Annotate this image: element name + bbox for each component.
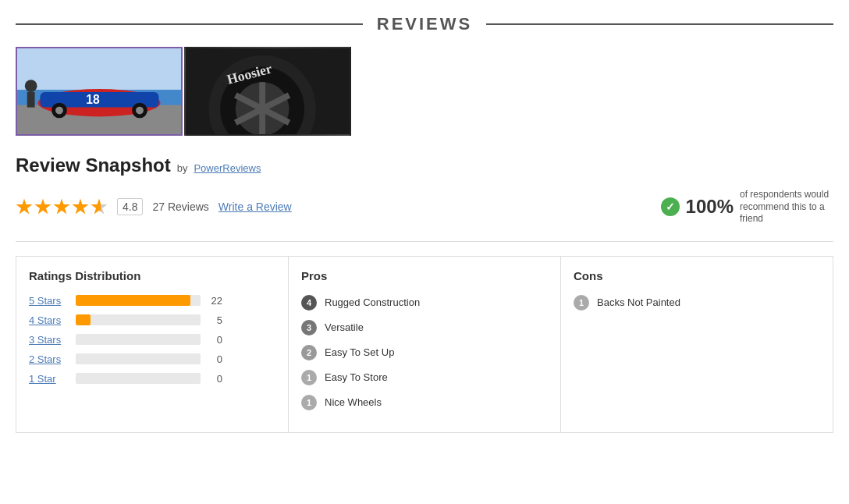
svg-point-8 [55,107,63,115]
rating-dist-row: 2 Stars 0 [29,353,275,365]
star-1 [16,198,33,215]
svg-rect-12 [27,92,35,108]
header-line-right [486,23,833,25]
rating-dist-row: 5 Stars 22 [29,295,275,307]
stars-display [16,198,108,215]
snapshot-title-row: Review Snapshot by PowerReviews [16,154,833,176]
cons-rows: 1 Backs Not Painted [574,295,820,311]
rating-bar-bg [76,373,201,384]
rating-bar-fill [76,295,190,306]
rating-bar-fill [76,314,91,325]
car-placeholder: 18 [17,48,181,134]
snapshot-section: Review Snapshot by PowerReviews 4.8 27 R… [16,154,833,433]
star-5-half [91,198,108,215]
pro-label: Versatile [325,321,364,333]
pro-row: 4 Rugged Construction [301,295,548,311]
car-svg: 18 [17,47,181,136]
rating-dist-label[interactable]: 3 Stars [29,334,69,346]
star-3 [53,198,70,215]
snapshot-heading: Review Snapshot [16,154,171,176]
recommend-section: ✓ 100% of respondents would recommend th… [661,189,833,225]
powered-by-link[interactable]: PowerReviews [194,162,261,174]
pro-row: 1 Easy To Store [301,370,548,385]
pro-label: Easy To Set Up [325,346,394,358]
con-label: Backs Not Painted [597,296,680,308]
rating-dist-count: 0 [207,373,222,385]
reviews-title: REVIEWS [363,14,486,34]
cons-col: Cons 1 Backs Not Painted [561,257,833,432]
pro-row: 1 Nice Wheels [301,395,548,410]
check-circle-icon: ✓ [661,197,680,216]
pro-row: 2 Easy To Set Up [301,345,548,360]
section-divider [16,241,833,242]
rating-dist-count: 22 [207,295,222,307]
rating-bar-bg [76,353,201,364]
page: REVIEWS 18 [0,14,849,504]
ratings-dist-title: Ratings Distribution [29,269,275,282]
rating-dist-count: 0 [207,334,222,346]
rating-dist-row: 1 Star 0 [29,373,275,385]
rating-bar-bg [76,295,201,306]
rating-bar-bg [76,314,201,325]
pro-count-badge: 1 [301,370,317,385]
pro-count-badge: 2 [301,345,317,360]
ratings-dist-rows: 5 Stars 22 4 Stars 5 3 Stars 0 2 Stars 0 [29,295,275,385]
by-label: by [177,162,188,174]
pro-label: Nice Wheels [325,396,382,408]
pros-title: Pros [301,269,548,282]
rating-dist-count: 5 [207,314,222,326]
con-row: 1 Backs Not Painted [574,295,820,311]
star-2 [34,198,52,215]
rating-dist-row: 4 Stars 5 [29,314,275,326]
write-review-link[interactable]: Write a Review [218,201,292,213]
recommend-text: of respondents would recommend this to a… [740,189,833,225]
svg-rect-2 [17,48,181,90]
image-tire[interactable]: Hoosier [184,47,351,136]
tire-svg: Hoosier [186,47,350,136]
header-line-left [16,23,363,25]
pro-count-badge: 4 [301,295,317,311]
pro-row: 3 Versatile [301,320,548,335]
svg-point-10 [136,107,144,115]
pro-label: Rugged Construction [325,296,420,308]
three-columns: Ratings Distribution 5 Stars 22 4 Stars … [16,256,833,433]
cons-title: Cons [574,269,820,282]
rating-dist-label[interactable]: 5 Stars [29,295,69,307]
rating-row: 4.8 27 Reviews Write a Review ✓ 100% of … [16,189,833,225]
rating-bar-bg [76,334,201,345]
rating-number: 4.8 [117,198,143,215]
star-4 [72,198,89,215]
reviews-count: 27 Reviews [152,201,208,213]
rating-dist-label[interactable]: 2 Stars [29,353,69,365]
recommend-pct: 100% [686,196,734,218]
pro-count-badge: 1 [301,395,317,410]
tire-placeholder: Hoosier [186,48,350,134]
rating-dist-label[interactable]: 1 Star [29,373,69,385]
ratings-distribution-col: Ratings Distribution 5 Stars 22 4 Stars … [16,257,289,432]
rating-dist-label[interactable]: 4 Stars [29,314,69,326]
con-count-badge: 1 [574,295,589,311]
pros-rows: 4 Rugged Construction 3 Versatile 2 Easy… [301,295,548,410]
pro-count-badge: 3 [301,320,317,335]
rating-dist-row: 3 Stars 0 [29,334,275,346]
reviews-header: REVIEWS [16,14,833,34]
pro-label: Easy To Store [325,371,388,383]
image-car[interactable]: 18 [16,47,183,136]
svg-point-11 [25,80,37,92]
pros-col: Pros 4 Rugged Construction 3 Versatile 2… [289,257,561,432]
svg-text:18: 18 [86,93,100,106]
images-row: 18 [16,47,833,136]
rating-dist-count: 0 [207,353,222,365]
